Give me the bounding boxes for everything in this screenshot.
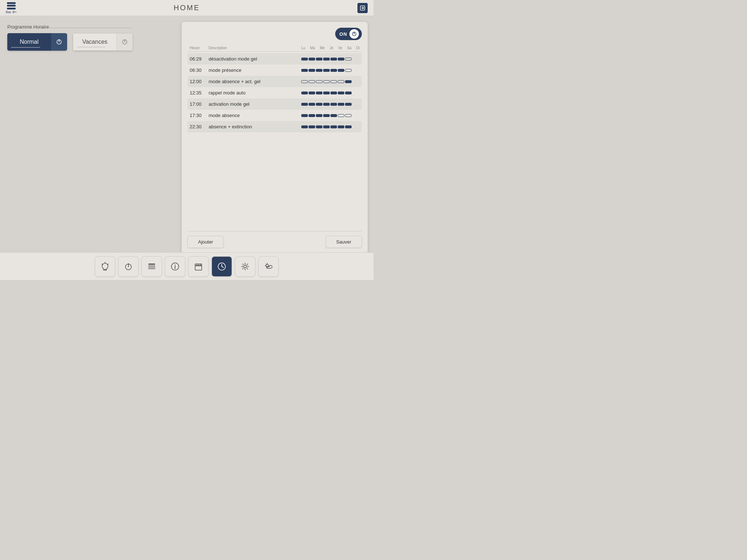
day-bar-je bbox=[323, 114, 330, 117]
row-time: 06:30 bbox=[190, 67, 209, 73]
row-desc: mode absence bbox=[209, 113, 301, 118]
table-row[interactable]: 12:35 rappel mode auto bbox=[187, 87, 362, 98]
day-bars bbox=[301, 114, 360, 117]
day-bar-me bbox=[316, 69, 322, 72]
row-desc: rappel mode auto bbox=[209, 90, 301, 96]
svg-line-28 bbox=[222, 267, 224, 268]
table-row[interactable]: 17:30 mode absence bbox=[187, 110, 362, 121]
row-desc: mode absence + act. gel bbox=[209, 79, 301, 84]
svg-rect-21 bbox=[195, 265, 202, 270]
table-row[interactable]: 06:29 désactivation mode gel bbox=[187, 53, 362, 65]
day-bar-je bbox=[323, 125, 330, 128]
normal-power-btn[interactable] bbox=[51, 33, 67, 51]
nav-clock-btn[interactable] bbox=[212, 256, 232, 277]
svg-point-30 bbox=[243, 264, 248, 269]
table-row[interactable]: 06:30 mode présence bbox=[187, 65, 362, 76]
day-bars bbox=[301, 125, 360, 128]
day-bar-ma bbox=[309, 80, 315, 83]
svg-line-34 bbox=[266, 264, 267, 265]
schedule-panel: ON Heure Description Lu Ma Me Je bbox=[182, 22, 368, 254]
day-bars bbox=[301, 58, 360, 61]
day-bar-me bbox=[316, 58, 322, 61]
day-bar-di bbox=[345, 58, 352, 61]
on-toggle-row: ON bbox=[187, 28, 362, 40]
day-bar-lu bbox=[301, 125, 308, 128]
day-bars bbox=[301, 92, 360, 94]
header-heure: Heure bbox=[190, 46, 209, 50]
row-time: 17:00 bbox=[190, 101, 209, 107]
table-header: Heure Description Lu Ma Me Je Ve Sa Di bbox=[187, 44, 362, 52]
nav-power-btn[interactable] bbox=[118, 256, 139, 277]
vacances-label[interactable]: Vacances bbox=[73, 33, 117, 51]
day-bar-ma bbox=[309, 125, 315, 128]
page-title: HOME bbox=[174, 4, 200, 12]
top-bar: Bat. B+ HOME bbox=[0, 0, 374, 16]
day-ma: Ma bbox=[310, 46, 315, 50]
day-bar-sa bbox=[338, 125, 344, 128]
day-bar-lu bbox=[301, 114, 308, 117]
day-bar-ve bbox=[330, 80, 337, 83]
day-bar-ma bbox=[309, 58, 315, 61]
bottom-nav bbox=[0, 252, 374, 280]
schedule-table: Heure Description Lu Ma Me Je Ve Sa Di 0… bbox=[187, 44, 362, 227]
day-bar-di bbox=[345, 114, 352, 117]
day-bar-me bbox=[316, 103, 322, 106]
on-toggle[interactable]: ON bbox=[335, 28, 362, 40]
main-content: Programme Horaire Normal Vacances bbox=[0, 16, 374, 252]
vacances-programme-btn[interactable]: Vacances bbox=[73, 33, 133, 51]
save-button[interactable]: Sauver bbox=[326, 236, 362, 248]
day-bar-sa bbox=[338, 92, 344, 94]
logo-layer-1 bbox=[7, 2, 16, 4]
day-bar-lu bbox=[301, 103, 308, 106]
svg-point-20 bbox=[175, 264, 175, 265]
normal-programme-btn[interactable]: Normal bbox=[7, 33, 67, 51]
day-bar-di bbox=[345, 92, 352, 94]
row-time: 12:00 bbox=[190, 79, 209, 84]
day-bar-je bbox=[323, 58, 330, 61]
day-je: Je bbox=[329, 46, 333, 50]
row-desc: activation mode gel bbox=[209, 101, 301, 107]
nav-info-btn[interactable] bbox=[165, 256, 185, 277]
svg-point-31 bbox=[266, 264, 269, 267]
day-bar-lu bbox=[301, 92, 308, 94]
exit-button[interactable] bbox=[357, 3, 368, 13]
vacances-power-btn[interactable] bbox=[117, 33, 133, 51]
row-desc: absence + extinction bbox=[209, 124, 301, 129]
add-button[interactable]: Ajouter bbox=[187, 236, 224, 248]
day-bar-je bbox=[323, 92, 330, 94]
nav-light-btn[interactable] bbox=[95, 256, 115, 277]
day-bar-sa bbox=[338, 114, 344, 117]
nav-blind-btn[interactable] bbox=[142, 256, 162, 277]
header-days: Lu Ma Me Je Ve Sa Di bbox=[301, 46, 360, 50]
day-bar-me bbox=[316, 114, 322, 117]
row-time: 22:30 bbox=[190, 124, 209, 129]
row-time: 06:29 bbox=[190, 56, 209, 62]
day-bar-di bbox=[345, 69, 352, 72]
header-description: Description bbox=[209, 46, 301, 50]
day-lu: Lu bbox=[301, 46, 305, 50]
day-bars bbox=[301, 80, 360, 83]
day-bar-je bbox=[323, 103, 330, 106]
day-bars bbox=[301, 103, 360, 106]
day-bar-je bbox=[323, 80, 330, 83]
day-bar-sa bbox=[338, 69, 344, 72]
table-row[interactable]: 12:00 mode absence + act. gel bbox=[187, 76, 362, 87]
logo-layer-3 bbox=[7, 8, 16, 9]
nav-scene-btn[interactable] bbox=[188, 256, 209, 277]
day-di: Di bbox=[356, 46, 359, 50]
day-bar-sa bbox=[338, 58, 344, 61]
nav-weather-btn[interactable] bbox=[258, 256, 279, 277]
on-toggle-circle bbox=[349, 29, 359, 39]
table-row[interactable]: 17:00 activation mode gel bbox=[187, 98, 362, 110]
day-bar-je bbox=[323, 69, 330, 72]
row-desc: mode présence bbox=[209, 67, 301, 73]
svg-line-11 bbox=[108, 264, 109, 265]
normal-label[interactable]: Normal bbox=[7, 33, 51, 51]
table-row[interactable]: 22:30 absence + extinction bbox=[187, 121, 362, 132]
nav-settings-btn[interactable] bbox=[235, 256, 255, 277]
panel-buttons: Ajouter Sauver bbox=[187, 231, 362, 248]
day-bar-me bbox=[316, 80, 322, 83]
day-bars bbox=[301, 69, 360, 72]
day-bar-me bbox=[316, 125, 322, 128]
bat-label: Bat. B+ bbox=[6, 10, 17, 14]
